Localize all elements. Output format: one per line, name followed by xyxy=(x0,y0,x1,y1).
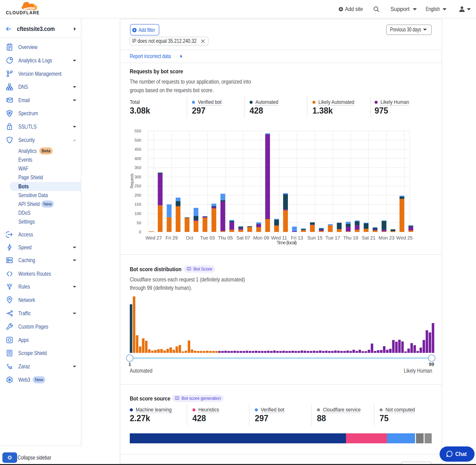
svg-text:Thu 19: Thu 19 xyxy=(343,235,358,241)
svg-text:300: 300 xyxy=(135,175,141,179)
svg-text:200: 200 xyxy=(135,193,141,198)
svg-text:250: 250 xyxy=(135,184,141,188)
svg-text:Mon 23: Mon 23 xyxy=(379,235,395,241)
svg-text:Fri 13: Fri 13 xyxy=(291,235,303,241)
svg-text:450: 450 xyxy=(135,147,141,152)
svg-text:Sat 21: Sat 21 xyxy=(362,235,376,241)
svg-text:550: 550 xyxy=(135,129,141,133)
svg-text:Wed 27: Wed 27 xyxy=(146,235,162,241)
svg-text:Sun 15: Sun 15 xyxy=(307,235,322,241)
svg-text:500: 500 xyxy=(135,138,141,143)
svg-text:Wed 11: Wed 11 xyxy=(271,235,287,241)
svg-text:100: 100 xyxy=(135,211,141,216)
svg-text:350: 350 xyxy=(135,166,141,170)
svg-text:50: 50 xyxy=(137,221,141,225)
svg-text:Sat 07: Sat 07 xyxy=(236,235,250,241)
svg-text:Mon 09: Mon 09 xyxy=(253,235,269,241)
svg-text:Oct: Oct xyxy=(186,235,193,241)
svg-text:0: 0 xyxy=(139,230,141,234)
svg-text:150: 150 xyxy=(135,202,141,207)
svg-text:Wed 25: Wed 25 xyxy=(396,235,413,241)
svg-text:Fri 29: Fri 29 xyxy=(166,235,178,241)
svg-text:Time (local): Time (local) xyxy=(277,240,297,245)
svg-text:Tue 03: Tue 03 xyxy=(200,235,215,241)
svg-text:400: 400 xyxy=(135,157,141,161)
svg-text:Tue 17: Tue 17 xyxy=(326,235,340,241)
svg-text:Thu 05: Thu 05 xyxy=(218,235,233,241)
